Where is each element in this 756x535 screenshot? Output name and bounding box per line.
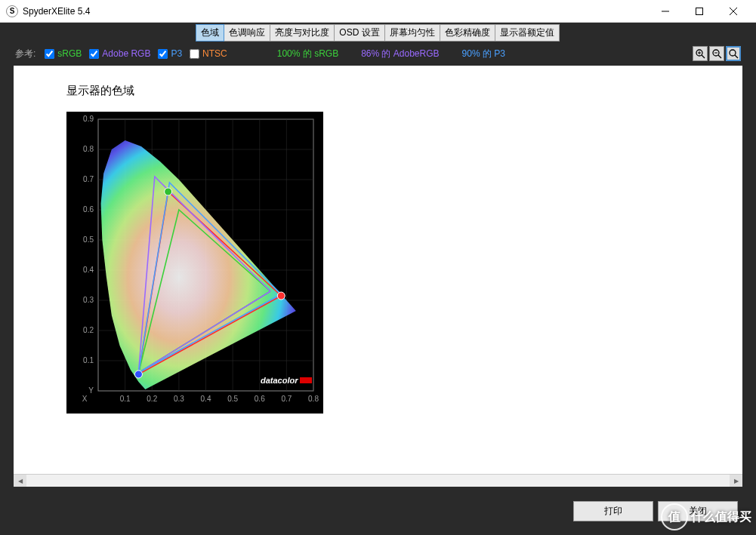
tab-5[interactable]: 色彩精确度 <box>440 24 495 42</box>
svg-point-53 <box>134 371 142 378</box>
print-button[interactable]: 打印 <box>573 501 653 521</box>
ref-check-srgb[interactable]: sRGB <box>45 48 82 59</box>
scroll-left-arrow[interactable]: ◀ <box>14 475 26 487</box>
ref-checkbox[interactable] <box>89 49 99 59</box>
tabs-row: 色域色调响应亮度与对比度OSD 设置屏幕均匀性色彩精确度显示器额定值 <box>0 23 756 42</box>
reference-checkboxes: sRGBAdobe RGBP3NTSC <box>45 48 227 59</box>
svg-text:0.1: 0.1 <box>120 395 131 403</box>
app-icon: S <box>6 5 18 17</box>
svg-point-52 <box>165 188 172 195</box>
svg-text:0.5: 0.5 <box>227 395 238 403</box>
ref-checkbox[interactable] <box>190 49 199 59</box>
svg-text:0.2: 0.2 <box>83 326 94 334</box>
scroll-right-arrow[interactable]: ▶ <box>730 475 742 487</box>
tab-4[interactable]: 屏幕均匀性 <box>384 24 440 42</box>
close-page-button[interactable]: 关闭 <box>658 501 738 521</box>
svg-text:0.6: 0.6 <box>83 205 94 214</box>
svg-text:0.3: 0.3 <box>174 395 184 403</box>
ref-result: 100% 的 sRGB <box>277 48 338 60</box>
ref-check-adobergb[interactable]: Adobe RGB <box>89 48 150 59</box>
window-title: SpyderXElite 5.4 <box>23 6 648 17</box>
svg-text:0.9: 0.9 <box>83 115 94 123</box>
zoom-in-button[interactable] <box>693 46 708 61</box>
svg-text:0.7: 0.7 <box>83 175 94 183</box>
ref-check-p3[interactable]: P3 <box>158 48 182 59</box>
ref-label-text: Adobe RGB <box>102 48 150 59</box>
ref-label-text: sRGB <box>57 48 82 59</box>
svg-text:0.5: 0.5 <box>83 235 94 244</box>
content-area: 显示器的色域 0.10.20.30.40.50.60.70.80.10.20.3… <box>14 66 742 487</box>
svg-text:0.6: 0.6 <box>255 395 265 403</box>
tab-6[interactable]: 显示器额定值 <box>495 24 560 42</box>
svg-text:Y: Y <box>88 386 94 395</box>
footer-buttons: 打印 关闭 <box>573 501 738 521</box>
maximize-button[interactable] <box>682 0 716 23</box>
zoom-out-button[interactable] <box>709 46 724 61</box>
svg-text:0.4: 0.4 <box>201 395 211 403</box>
ref-label-text: NTSC <box>202 48 227 59</box>
reference-bar: 参考: sRGBAdobe RGBP3NTSC 100% 的 sRGB86% 的… <box>0 42 756 66</box>
zoom-fit-button[interactable] <box>726 46 741 61</box>
reference-label: 参考: <box>15 48 35 60</box>
close-button[interactable] <box>716 0 750 23</box>
minimize-button[interactable] <box>648 0 682 23</box>
svg-text:0.7: 0.7 <box>281 395 292 403</box>
ref-result: 86% 的 AdobeRGB <box>361 48 439 60</box>
ref-check-ntsc[interactable]: NTSC <box>190 48 227 59</box>
svg-text:0.2: 0.2 <box>147 395 157 403</box>
tab-3[interactable]: OSD 设置 <box>334 24 384 42</box>
svg-rect-1 <box>696 8 702 14</box>
tab-1[interactable]: 色调响应 <box>224 24 270 42</box>
horizontal-scrollbar[interactable]: ◀ ▶ <box>14 474 742 487</box>
svg-line-5 <box>702 55 705 58</box>
ref-result: 90% 的 P3 <box>462 48 505 60</box>
svg-text:0.8: 0.8 <box>83 145 94 153</box>
ref-checkbox[interactable] <box>45 49 54 59</box>
ref-label-text: P3 <box>171 48 182 59</box>
svg-line-12 <box>735 55 738 58</box>
svg-rect-55 <box>300 377 312 383</box>
svg-point-11 <box>730 50 736 56</box>
svg-text:datacolor: datacolor <box>261 376 298 385</box>
svg-line-9 <box>718 55 721 58</box>
titlebar: S SpyderXElite 5.4 <box>0 0 756 23</box>
svg-text:0.8: 0.8 <box>308 395 319 403</box>
svg-text:0.3: 0.3 <box>83 296 94 304</box>
chart-svg: 0.10.20.30.40.50.60.70.80.10.20.30.40.50… <box>66 112 323 414</box>
scroll-track[interactable] <box>26 475 730 487</box>
svg-point-51 <box>277 292 285 300</box>
tab-2[interactable]: 亮度与对比度 <box>270 24 335 42</box>
svg-text:0.4: 0.4 <box>83 266 94 274</box>
app-body: 色域色调响应亮度与对比度OSD 设置屏幕均匀性色彩精确度显示器额定值 参考: s… <box>0 23 756 535</box>
svg-text:0.1: 0.1 <box>83 356 94 364</box>
section-title: 显示器的色域 <box>66 84 690 98</box>
gamut-chart: 0.10.20.30.40.50.60.70.80.10.20.30.40.50… <box>66 112 323 414</box>
tab-0[interactable]: 色域 <box>196 24 224 42</box>
zoom-controls <box>693 46 741 61</box>
ref-checkbox[interactable] <box>158 49 168 59</box>
svg-text:X: X <box>82 395 88 403</box>
reference-results: 100% 的 sRGB86% 的 AdobeRGB90% 的 P3 <box>277 48 505 60</box>
